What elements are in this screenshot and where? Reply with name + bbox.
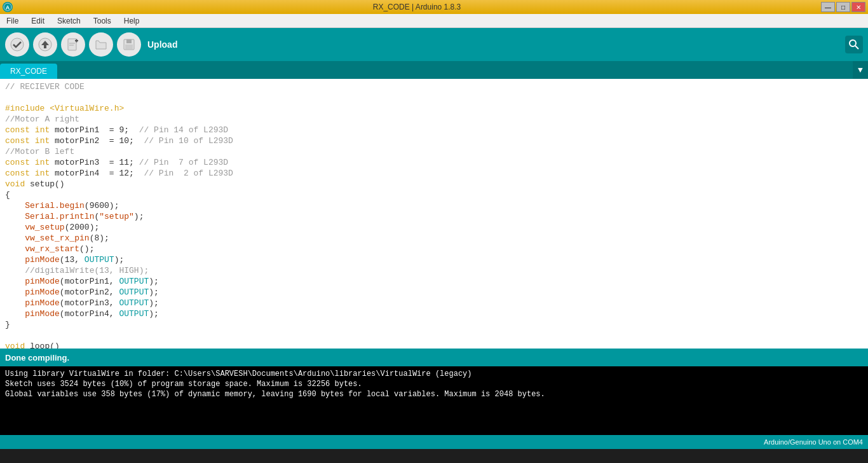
menu-file[interactable]: File <box>3 15 22 27</box>
svg-point-2 <box>11 38 24 51</box>
dropdown-icon: ▼ <box>858 66 863 75</box>
console-line-2: Sketch uses 3524 bytes (10%) of program … <box>5 379 863 389</box>
svg-rect-12 <box>125 45 133 49</box>
window-controls: — □ ✕ <box>821 2 865 12</box>
menu-edit[interactable]: Edit <box>27 15 48 27</box>
console-output[interactable]: Using library VirtualWire in folder: C:\… <box>0 366 868 435</box>
code-editor[interactable]: // RECIEVER CODE #include <VirtualWire.h… <box>0 79 868 349</box>
upload-button[interactable] <box>33 32 57 57</box>
new-button[interactable] <box>61 32 85 57</box>
close-button[interactable]: ✕ <box>851 2 865 12</box>
bottom-bar: Arduino/Genuino Uno on COM4 <box>0 435 868 449</box>
toolbar: Upload <box>0 28 868 61</box>
title-bar-left: A <box>3 2 13 12</box>
svg-line-14 <box>855 46 858 49</box>
svg-text:A: A <box>6 4 10 11</box>
upload-label: Upload <box>147 39 177 50</box>
code-content: // RECIEVER CODE #include <VirtualWire.h… <box>0 79 868 349</box>
tab-label: RX_CODE <box>10 67 47 76</box>
verify-button[interactable] <box>5 32 29 57</box>
tab-rx-code[interactable]: RX_CODE <box>0 64 57 79</box>
arduino-logo-icon: A <box>3 2 13 12</box>
status-message: Done compiling. <box>5 353 69 363</box>
window-title: RX_CODE | Arduino 1.8.3 <box>13 3 821 11</box>
title-bar: A RX_CODE | Arduino 1.8.3 — □ ✕ <box>0 0 868 14</box>
open-button[interactable] <box>89 32 113 57</box>
minimize-button[interactable]: — <box>821 2 835 12</box>
menu-tools[interactable]: Tools <box>90 15 115 27</box>
tab-dropdown-button[interactable]: ▼ <box>853 61 868 79</box>
maximize-button[interactable]: □ <box>836 2 850 12</box>
console-line-3: Global variables use 358 bytes (17%) of … <box>5 389 863 399</box>
svg-point-13 <box>850 40 856 46</box>
tabs-bar: RX_CODE ▼ <box>0 61 868 79</box>
board-info: Arduino/Genuino Uno on COM4 <box>764 438 863 446</box>
menu-sketch[interactable]: Sketch <box>53 15 85 27</box>
status-bar: Done compiling. <box>0 349 868 366</box>
search-button[interactable] <box>845 36 863 53</box>
svg-rect-11 <box>126 39 132 43</box>
save-button[interactable] <box>117 32 141 57</box>
menu-bar: File Edit Sketch Tools Help <box>0 14 868 28</box>
menu-help[interactable]: Help <box>120 15 144 27</box>
console-line-1: Using library VirtualWire in folder: C:\… <box>5 369 863 379</box>
